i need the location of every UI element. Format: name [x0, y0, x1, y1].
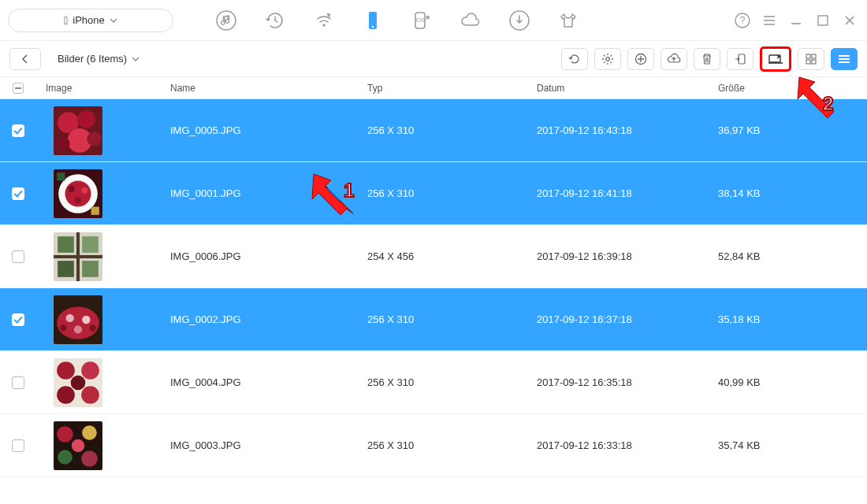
table-row[interactable]: IMG_0002.JPG 256 X 310 2017-09-12 16:37:… — [0, 288, 867, 351]
delete-button[interactable] — [694, 48, 720, 70]
svg-point-44 — [60, 324, 66, 331]
table-row[interactable]: IMG_0006.JPG 254 X 456 2017-09-12 16:39:… — [0, 225, 867, 288]
secondary-bar: Bilder (6 Items) — [0, 41, 867, 77]
cell-date: 2017-09-12 16:37:18 — [537, 313, 718, 325]
thumbnail — [54, 421, 102, 470]
svg-rect-37 — [58, 261, 74, 277]
to-device-button[interactable] — [727, 48, 754, 70]
minimize-icon[interactable] — [787, 11, 806, 30]
thumbnail — [54, 232, 102, 281]
toolbar — [561, 46, 858, 72]
svg-point-56 — [81, 450, 98, 467]
cell-size: 35,74 KB — [718, 439, 859, 451]
table-row[interactable]: IMG_0003.JPG 256 X 310 2017-09-12 16:33:… — [0, 414, 867, 477]
table-row[interactable]: IMG_0004.JPG 256 X 310 2017-09-12 16:35:… — [0, 351, 867, 414]
music-icon[interactable] — [214, 9, 238, 32]
cell-size: 40,99 KB — [718, 376, 859, 388]
svg-point-54 — [82, 425, 97, 440]
cell-date: 2017-09-12 16:41:18 — [537, 187, 718, 199]
cell-name: IMG_0004.JPG — [170, 376, 367, 388]
svg-point-57 — [72, 439, 85, 452]
row-checkbox[interactable] — [12, 313, 24, 326]
svg-point-48 — [81, 361, 99, 380]
svg-rect-12 — [739, 54, 745, 64]
svg-rect-30 — [57, 172, 65, 180]
cell-typ: 256 X 310 — [367, 439, 537, 451]
cell-typ: 254 X 456 — [367, 250, 537, 262]
wifi-transfer-icon[interactable] — [312, 9, 336, 32]
table-header: Image Name Typ Datum Größe — [0, 77, 867, 99]
cell-date: 2017-09-12 16:35:18 — [537, 376, 718, 388]
row-checkbox[interactable] — [12, 376, 24, 389]
list-view-button[interactable] — [831, 48, 858, 70]
column-typ[interactable]: Typ — [367, 83, 537, 94]
row-checkbox[interactable] — [12, 439, 24, 452]
grid-view-button[interactable] — [798, 48, 824, 70]
svg-point-43 — [74, 325, 82, 333]
help-icon[interactable]: ? — [733, 11, 752, 30]
svg-point-23 — [87, 132, 102, 146]
cell-date: 2017-09-12 16:43:18 — [537, 124, 718, 136]
apple-icon:  — [64, 14, 68, 27]
add-button[interactable] — [627, 48, 654, 70]
cell-size: 38,14 KB — [718, 187, 859, 199]
close-icon[interactable] — [840, 11, 859, 30]
svg-text:?: ? — [740, 15, 746, 26]
svg-point-42 — [82, 315, 90, 323]
cell-size: 52,84 KB — [718, 250, 859, 262]
svg-point-2 — [372, 25, 374, 27]
cloud-upload-button[interactable] — [660, 48, 687, 70]
row-checkbox[interactable] — [12, 187, 24, 200]
menu-icon[interactable] — [760, 11, 779, 30]
thumbnail — [54, 169, 102, 218]
table-row[interactable]: IMG_0001.JPG 256 X 310 2017-09-12 16:41:… — [0, 162, 867, 225]
cell-name: IMG_0002.JPG — [170, 313, 367, 325]
svg-rect-17 — [812, 60, 816, 64]
row-checkbox[interactable] — [12, 250, 24, 263]
svg-point-47 — [57, 361, 75, 380]
column-image[interactable]: Image — [36, 83, 170, 94]
svg-rect-34 — [54, 254, 102, 258]
phone-icon[interactable] — [361, 9, 385, 32]
tshirt-icon[interactable] — [556, 9, 580, 32]
device-label: iPhone — [73, 14, 104, 26]
svg-point-51 — [71, 375, 86, 390]
back-button[interactable] — [9, 48, 41, 70]
column-datum[interactable]: Datum — [537, 83, 718, 94]
select-all-checkbox[interactable] — [13, 83, 24, 94]
svg-point-10 — [606, 57, 610, 61]
window-controls: ? — [733, 11, 859, 30]
cell-date: 2017-09-12 16:33:18 — [537, 439, 718, 451]
download-icon[interactable] — [508, 9, 531, 32]
cell-date: 2017-09-12 16:39:18 — [537, 250, 718, 262]
table-row[interactable]: IMG_0005.JPG 256 X 310 2017-09-12 16:43:… — [0, 99, 867, 162]
breadcrumb[interactable]: Bilder (6 Items) — [49, 48, 148, 70]
cell-size: 36,97 KB — [718, 124, 859, 136]
svg-rect-38 — [82, 261, 99, 277]
table-body: IMG_0005.JPG 256 X 310 2017-09-12 16:43:… — [0, 99, 867, 477]
svg-point-20 — [77, 110, 95, 128]
column-name[interactable]: Name — [170, 83, 367, 94]
breadcrumb-label: Bilder (6 Items) — [58, 53, 127, 65]
cell-name: IMG_0006.JPG — [170, 250, 367, 262]
ios-transfer-icon[interactable]: iOS — [410, 9, 434, 32]
row-checkbox[interactable] — [12, 124, 24, 137]
top-bar:  iPhone iOS ? — [0, 0, 867, 41]
thumbnail — [54, 106, 102, 155]
device-selector[interactable]:  iPhone — [8, 9, 173, 32]
settings-button[interactable] — [594, 48, 621, 70]
chevron-down-icon — [132, 57, 140, 61]
cloud-icon[interactable] — [459, 9, 482, 32]
to-computer-button[interactable] — [760, 46, 791, 72]
cell-name: IMG_0001.JPG — [170, 187, 367, 199]
svg-rect-3 — [370, 13, 375, 14]
column-groesse[interactable]: Größe — [718, 83, 859, 94]
svg-point-28 — [81, 187, 87, 193]
cell-typ: 256 X 310 — [367, 376, 537, 388]
svg-point-40 — [57, 306, 99, 339]
svg-text:iOS: iOS — [415, 17, 425, 23]
history-icon[interactable] — [263, 9, 287, 32]
refresh-button[interactable] — [561, 48, 588, 70]
svg-point-29 — [75, 197, 81, 203]
maximize-icon[interactable] — [813, 11, 832, 30]
